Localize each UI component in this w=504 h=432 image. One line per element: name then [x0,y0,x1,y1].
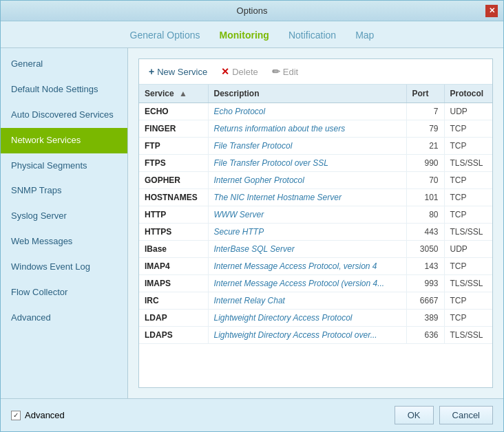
table-row[interactable]: LDAPLightweight Directory Access Protoco… [139,310,492,327]
cell-description: File Transfer Protocol [208,138,406,155]
delete-button[interactable]: ✕ Delete [218,65,261,78]
sidebar-item-advanced[interactable]: Advanced [1,305,127,331]
tab-monitoring[interactable]: Monitoring [217,28,272,42]
table-row[interactable]: FTPSFile Transfer Protocol over SSL990TL… [139,155,492,172]
cell-service: IRC [139,292,208,310]
window-title: Options [19,6,485,16]
cell-description: Echo Protocol [208,103,406,120]
toolbar: + New Service ✕ Delete ✏ Edit [139,59,492,85]
cell-service: ECHO [139,103,208,120]
table-row[interactable]: IMAPSInternet Message Access Protocol (v… [139,275,492,292]
sidebar-item-general[interactable]: General [1,52,127,77]
cell-service: HTTP [139,206,208,224]
cell-protocol: TCP [444,172,492,189]
services-table-container[interactable]: Service ▲ Description Port [139,85,492,387]
sidebar-item-physical-segments[interactable]: Physical Segments [1,153,127,179]
col-protocol[interactable]: Protocol [444,85,492,103]
advanced-checkbox[interactable] [11,411,21,420]
footer: Advanced OK Cancel [1,398,503,431]
table-row[interactable]: ECHOEcho Protocol7UDP [139,103,492,120]
cell-protocol: UDP [444,103,492,120]
table-row[interactable]: FINGERReturns information about the user… [139,120,492,138]
content-area: General Default Node Settings Auto Disco… [1,48,503,398]
table-row[interactable]: FTPFile Transfer Protocol21TCP [139,138,492,155]
cell-protocol: TCP [444,292,492,310]
ok-button[interactable]: OK [395,406,434,424]
cell-description: The NIC Internet Hostname Server [208,189,406,206]
col-port[interactable]: Port [406,85,444,103]
cell-protocol: TCP [444,310,492,327]
main-content: + New Service ✕ Delete ✏ Edit [128,48,503,398]
edit-button[interactable]: ✏ Edit [269,65,301,78]
sort-arrow-icon: ▲ [179,89,187,98]
table-row[interactable]: HTTPSSecure HTTP443TLS/SSL [139,224,492,241]
cell-port: 70 [406,172,444,189]
table-row[interactable]: IMAP4Internet Message Access Protocol, v… [139,258,492,275]
cell-protocol: TLS/SSL [444,224,492,241]
cell-protocol: TLS/SSL [444,275,492,292]
services-panel: + New Service ✕ Delete ✏ Edit [138,58,493,388]
cell-port: 143 [406,258,444,275]
plus-icon: + [149,66,154,77]
table-row[interactable]: IRCInternet Relay Chat6667TCP [139,292,492,310]
tab-map[interactable]: Map [353,28,377,42]
sidebar-item-snmp-traps[interactable]: SNMP Traps [1,178,127,204]
cell-port: 3050 [406,241,444,258]
sidebar-item-syslog-server[interactable]: Syslog Server [1,204,127,229]
cell-service: HTTPS [139,224,208,241]
sidebar-item-default-node-settings[interactable]: Default Node Settings [1,77,127,102]
cancel-button[interactable]: Cancel [439,406,493,424]
cell-description: Internet Message Access Protocol (versio… [208,275,406,292]
cell-protocol: TLS/SSL [444,155,492,172]
cell-description: WWW Server [208,206,406,224]
sidebar-item-windows-event-log[interactable]: Windows Event Log [1,255,127,280]
new-service-button[interactable]: + New Service [146,65,210,78]
cell-description: Lightweight Directory Access Protocol ov… [208,327,406,344]
close-button[interactable]: ✕ [485,5,498,17]
cell-description: Internet Message Access Protocol, versio… [208,258,406,275]
cell-protocol: TCP [444,258,492,275]
cell-description: Internet Gopher Protocol [208,172,406,189]
cell-service: FINGER [139,120,208,138]
cell-protocol: TCP [444,206,492,224]
table-row[interactable]: GOPHERInternet Gopher Protocol70TCP [139,172,492,189]
main-window: Options ✕ General Options Monitoring Not… [0,0,504,432]
cell-port: 990 [406,155,444,172]
table-row[interactable]: LDAPSLightweight Directory Access Protoc… [139,327,492,344]
cell-service: GOPHER [139,172,208,189]
cell-protocol: UDP [444,241,492,258]
cell-service: LDAP [139,310,208,327]
services-table: Service ▲ Description Port [139,85,492,344]
cell-service: HOSTNAMES [139,189,208,206]
tab-notification[interactable]: Notification [286,28,339,42]
cell-description: Secure HTTP [208,224,406,241]
cell-protocol: TLS/SSL [444,327,492,344]
table-row[interactable]: IBaseInterBase SQL Server3050UDP [139,241,492,258]
cell-port: 6667 [406,292,444,310]
advanced-label: Advanced [25,410,65,420]
sidebar-item-auto-discovered-services[interactable]: Auto Discovered Services [1,102,127,128]
sidebar-item-flow-collector[interactable]: Flow Collector [1,280,127,305]
cell-service: FTPS [139,155,208,172]
cell-port: 101 [406,189,444,206]
cell-port: 443 [406,224,444,241]
table-row[interactable]: HTTPWWW Server80TCP [139,206,492,224]
footer-buttons: OK Cancel [395,406,493,424]
sidebar-item-web-messages[interactable]: Web Messages [1,229,127,255]
cell-service: IMAP4 [139,258,208,275]
delete-icon: ✕ [221,66,229,77]
cell-protocol: TCP [444,120,492,138]
col-service[interactable]: Service ▲ [139,85,208,103]
sidebar-item-network-services[interactable]: Network Services [1,128,127,153]
title-bar: Options ✕ [1,1,503,21]
cell-protocol: TCP [444,189,492,206]
tab-general-options[interactable]: General Options [127,28,203,42]
cell-service: FTP [139,138,208,155]
col-description[interactable]: Description [208,85,406,103]
cell-protocol: TCP [444,138,492,155]
cell-description: Lightweight Directory Access Protocol [208,310,406,327]
cell-description: Returns information about the users [208,120,406,138]
cell-port: 993 [406,275,444,292]
cell-port: 21 [406,138,444,155]
table-row[interactable]: HOSTNAMESThe NIC Internet Hostname Serve… [139,189,492,206]
